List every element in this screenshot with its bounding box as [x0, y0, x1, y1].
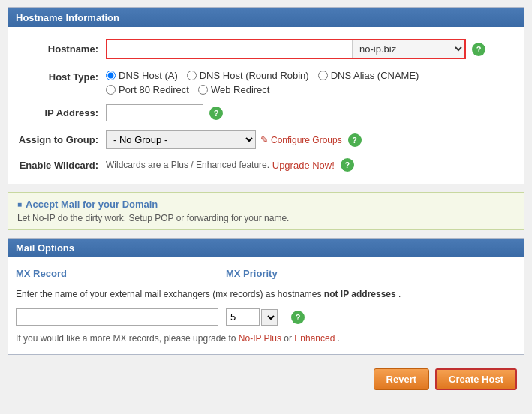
mail-options-title: Mail Options	[16, 242, 74, 254]
ip-address-label: IP Address:	[16, 107, 106, 118]
hostname-help-icon[interactable]: ?	[472, 43, 485, 56]
mail-options-body: MX Record MX Priority Enter the name of …	[8, 257, 524, 354]
radio-web-redirect-label[interactable]: Web Redirect	[211, 84, 270, 95]
assign-group-content: - No Group - ✎ Configure Groups ?	[106, 130, 516, 149]
mx-input-row: ▼ 1 5 10 ?	[16, 305, 516, 328]
radio-port80-label[interactable]: Port 80 Redirect	[119, 84, 189, 95]
revert-button[interactable]: Revert	[374, 368, 429, 390]
mail-options-header: Mail Options	[8, 238, 524, 257]
host-type-row: Host Type: DNS Host (A) DNS Host (Round …	[16, 64, 516, 100]
accept-mail-title: ■ Accept Mail for your Domain	[17, 199, 515, 210]
no-ip-plus-link[interactable]: No-IP Plus	[239, 333, 281, 344]
radio-dns-rr-label[interactable]: DNS Host (Round Robin)	[200, 70, 309, 81]
hostname-domain-select[interactable]: no-ip.biz no-ip.org no-ip.us ddns.net ho…	[352, 40, 464, 58]
more-mx-text: If you would like a more MX records, ple…	[16, 328, 516, 346]
ip-address-row: IP Address: ?	[16, 100, 516, 126]
accept-mail-panel: ■ Accept Mail for your Domain Let No-IP …	[8, 192, 524, 230]
buttons-row: Revert Create Host	[8, 362, 524, 393]
hostname-text-input[interactable]	[107, 40, 352, 58]
mx-record-header: MX Record	[16, 268, 226, 279]
radio-dns-a-input[interactable]	[106, 70, 116, 80]
ip-help-icon[interactable]: ?	[209, 106, 223, 120]
assign-group-row: Assign to Group: - No Group - ✎ Configur…	[16, 126, 516, 154]
mail-desc-text: Enter the name of your external mail exc…	[16, 289, 322, 299]
radio-web-redirect-input[interactable]	[198, 85, 208, 94]
create-host-button[interactable]: Create Host	[435, 368, 517, 390]
radio-port80-input[interactable]	[106, 85, 116, 94]
mx-help-icon[interactable]: ?	[291, 310, 305, 324]
mail-options-panel: Mail Options MX Record MX Priority Enter…	[8, 238, 524, 355]
hostname-panel-title: Hostname Information	[16, 12, 119, 23]
mail-desc-end: .	[398, 289, 401, 299]
upgrade-now-link[interactable]: Upgrade Now!	[272, 160, 335, 171]
period-text: .	[338, 333, 340, 344]
radio-dns-cname-label[interactable]: DNS Alias (CNAME)	[331, 70, 419, 81]
mail-description: Enter the name of your external mail exc…	[16, 289, 516, 299]
priority-select[interactable]: ▼ 1 5 10	[261, 309, 278, 326]
or-text: or	[284, 333, 292, 344]
group-help-icon[interactable]: ?	[348, 134, 362, 147]
radio-web-redirect: Web Redirect	[198, 84, 270, 95]
radio-dns-a: DNS Host (A)	[106, 70, 178, 81]
accept-mail-link[interactable]: Accept Mail for your Domain	[26, 199, 158, 210]
radio-dns-rr: DNS Host (Round Robin)	[187, 70, 309, 81]
hostname-row: Hostname: no-ip.biz no-ip.org no-ip.us d…	[16, 34, 516, 64]
configure-groups-link[interactable]: ✎ Configure Groups	[260, 134, 342, 146]
edit-icon: ✎	[260, 134, 269, 146]
host-type-radio-group-2: Port 80 Redirect Web Redirect	[106, 84, 269, 95]
hostname-panel-body: Hostname: no-ip.biz no-ip.org no-ip.us d…	[8, 27, 524, 184]
hostname-label: Hostname:	[16, 44, 106, 55]
hostname-input-wrap: no-ip.biz no-ip.org no-ip.us ddns.net ho…	[106, 39, 466, 59]
upgrade-text: If you would like a more MX records, ple…	[16, 333, 236, 344]
priority-input[interactable]	[226, 308, 260, 326]
mx-record-input[interactable]	[16, 308, 218, 326]
enhanced-link[interactable]: Enhanced	[294, 333, 335, 344]
mail-col-headers: MX Record MX Priority	[16, 265, 516, 284]
hostname-content: no-ip.biz no-ip.org no-ip.us ddns.net ho…	[106, 39, 516, 59]
ip-address-content: ?	[106, 104, 516, 122]
radio-dns-rr-input[interactable]	[187, 70, 197, 80]
mail-desc-bold: not IP addresses	[324, 289, 396, 299]
ip-address-input[interactable]	[106, 104, 203, 122]
configure-groups-label: Configure Groups	[271, 135, 342, 146]
wildcard-content: Wildcards are a Plus / Enhanced feature.…	[106, 158, 516, 172]
radio-dns-cname-input[interactable]	[318, 70, 328, 80]
mx-priority-header: MX Priority	[226, 268, 516, 279]
host-type-label: Host Type:	[16, 70, 106, 82]
group-select[interactable]: - No Group -	[106, 130, 256, 149]
priority-wrap: ▼ 1 5 10	[226, 308, 278, 326]
wildcard-text: Wildcards are a Plus / Enhanced feature.	[106, 160, 269, 170]
assign-group-label: Assign to Group:	[16, 134, 106, 146]
wildcard-label: Enable Wildcard:	[16, 160, 106, 171]
wildcard-help-icon[interactable]: ?	[341, 158, 354, 172]
wildcard-row: Enable Wildcard: Wildcards are a Plus / …	[16, 154, 516, 176]
hostname-panel: Hostname Information Hostname: no-ip.biz…	[8, 8, 524, 184]
radio-port80: Port 80 Redirect	[106, 84, 189, 95]
accept-mail-bullet: ■	[17, 200, 22, 208]
radio-dns-a-label[interactable]: DNS Host (A)	[119, 70, 178, 81]
radio-dns-cname: DNS Alias (CNAME)	[318, 70, 419, 81]
host-type-content: DNS Host (A) DNS Host (Round Robin) DNS …	[106, 70, 516, 95]
hostname-panel-header: Hostname Information	[8, 8, 524, 27]
host-type-radio-group-1: DNS Host (A) DNS Host (Round Robin) DNS …	[106, 70, 419, 81]
accept-mail-desc: Let No-IP do the dirty work. Setup POP o…	[17, 213, 515, 224]
